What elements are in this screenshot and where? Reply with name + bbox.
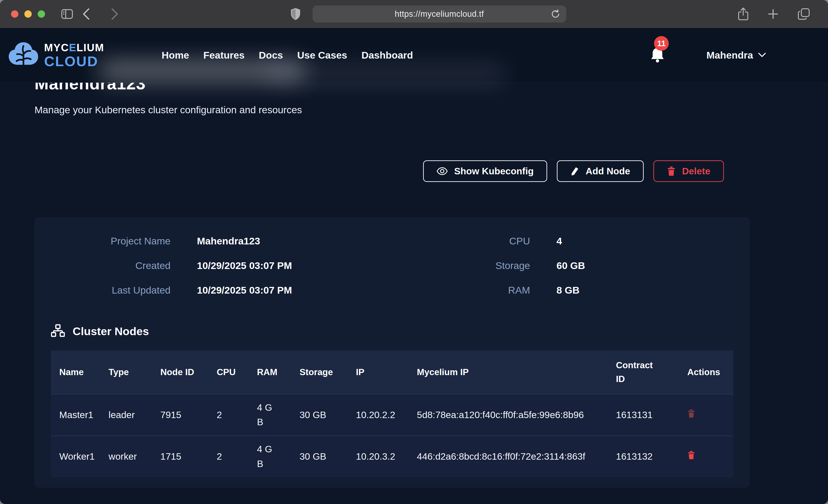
cluster-actions: Show Kubeconfig Add Node bbox=[35, 160, 750, 182]
cell-node-id: 1715 bbox=[160, 436, 217, 477]
share-icon[interactable] bbox=[738, 7, 748, 21]
cell-storage: 30 GB bbox=[299, 394, 356, 436]
info-value-cpu: 4 bbox=[556, 236, 734, 247]
notifications-button[interactable]: 11 bbox=[650, 47, 665, 64]
pencil-icon bbox=[570, 166, 579, 176]
cell-ram: 4 GB bbox=[257, 394, 299, 436]
brand-line1: MYCELIUM bbox=[44, 42, 104, 53]
info-label: Created bbox=[51, 260, 170, 271]
table-row-worker1: Worker1 worker 1715 2 4 GB 30 GB 10.20.3… bbox=[51, 436, 733, 477]
mycelium-logo-icon bbox=[8, 41, 39, 70]
cell-contract-id: 1613132 bbox=[616, 436, 687, 477]
info-label: Last Updated bbox=[51, 285, 170, 296]
cluster-nodes-title: Cluster Nodes bbox=[73, 325, 149, 338]
add-node-button[interactable]: Add Node bbox=[557, 160, 644, 182]
info-label: Project Name bbox=[51, 236, 170, 247]
col-header-node-id: Node ID bbox=[160, 350, 217, 394]
info-value-last-updated: 10/29/2025 03:07 PM bbox=[197, 285, 392, 296]
nav-link-dashboard[interactable]: Dashboard bbox=[362, 50, 413, 61]
trash-icon bbox=[667, 166, 676, 176]
trash-icon bbox=[687, 409, 695, 418]
tab-overview-icon[interactable] bbox=[798, 8, 810, 20]
user-menu[interactable]: Mahendra bbox=[706, 50, 766, 61]
notification-badge: 11 bbox=[654, 36, 669, 51]
table-header-row: Name Type Node ID CPU RAM Storage IP Myc… bbox=[51, 350, 733, 394]
browser-chrome: https://myceliumcloud.tf bbox=[0, 0, 828, 28]
site-navbar: MYCELIUM CLOUD Home Features Docs Use Ca… bbox=[0, 28, 828, 83]
col-header-type: Type bbox=[109, 350, 160, 394]
sidebar-toggle-icon[interactable] bbox=[61, 9, 73, 19]
reload-icon[interactable] bbox=[551, 9, 560, 19]
new-tab-icon[interactable] bbox=[767, 8, 779, 20]
cell-contract-id: 1613131 bbox=[616, 394, 687, 436]
cell-name: Worker1 bbox=[51, 436, 109, 477]
cell-mycelium-ip: 5d8:78ea:a120:f40c:ff0f:a5fe:99e6:8b96 bbox=[417, 394, 616, 436]
show-kubeconfig-button[interactable]: Show Kubeconfig bbox=[423, 160, 547, 182]
cluster-nodes-icon bbox=[51, 324, 65, 339]
delete-node-button[interactable] bbox=[687, 409, 695, 418]
info-label: Storage bbox=[392, 260, 530, 271]
main-content: Mahendra123 Manage your Kubernetes clust… bbox=[0, 75, 828, 488]
col-header-contract-id: Contract ID bbox=[616, 350, 687, 394]
cell-ram: 4 GB bbox=[257, 436, 299, 477]
nav-link-home[interactable]: Home bbox=[162, 50, 189, 61]
nav-links: Home Features Docs Use Cases Dashboard bbox=[162, 50, 413, 61]
cell-ip: 10.20.2.2 bbox=[356, 394, 417, 436]
table-row-master1: Master1 leader 7915 2 4 GB 30 GB 10.20.2… bbox=[51, 394, 733, 436]
cell-node-id: 7915 bbox=[160, 394, 217, 436]
delete-node-button[interactable] bbox=[687, 451, 695, 460]
col-header-ram: RAM bbox=[257, 350, 299, 394]
cell-cpu: 2 bbox=[217, 394, 257, 436]
col-header-mycelium-ip: Mycelium IP bbox=[417, 350, 616, 394]
url-text: https://myceliumcloud.tf bbox=[395, 9, 484, 19]
info-value-created: 10/29/2025 03:07 PM bbox=[197, 260, 392, 271]
info-value-ram: 8 GB bbox=[556, 285, 734, 296]
chevron-down-icon bbox=[758, 52, 766, 58]
cluster-info: Project Name Mahendra123 Created 10/29/2… bbox=[51, 235, 733, 296]
cluster-details-card: Project Name Mahendra123 Created 10/29/2… bbox=[35, 217, 750, 488]
back-button-icon[interactable] bbox=[82, 8, 90, 20]
brand-line2: CLOUD bbox=[44, 54, 104, 69]
cell-type: worker bbox=[109, 436, 160, 477]
forward-button-icon[interactable] bbox=[111, 8, 119, 20]
browser-window: https://myceliumcloud.tf bbox=[0, 0, 828, 504]
col-header-actions: Actions bbox=[687, 350, 733, 394]
trash-icon bbox=[687, 451, 695, 460]
col-header-name: Name bbox=[51, 350, 109, 394]
delete-cluster-button[interactable]: Delete bbox=[653, 160, 724, 182]
traffic-lights bbox=[11, 10, 45, 18]
cell-ip: 10.20.3.2 bbox=[356, 436, 417, 477]
close-window-button[interactable] bbox=[11, 10, 18, 18]
cell-name: Master1 bbox=[51, 394, 109, 436]
user-name: Mahendra bbox=[706, 50, 753, 61]
zoom-window-button[interactable] bbox=[38, 10, 45, 18]
col-header-ip: IP bbox=[356, 350, 417, 394]
nav-link-use-cases[interactable]: Use Cases bbox=[297, 50, 347, 61]
bell-icon bbox=[650, 60, 665, 64]
cluster-nodes-table: Name Type Node ID CPU RAM Storage IP Myc… bbox=[51, 350, 733, 477]
info-value-storage: 60 GB bbox=[556, 260, 734, 271]
minimize-window-button[interactable] bbox=[24, 10, 32, 18]
info-label: CPU bbox=[392, 236, 530, 247]
nav-link-docs[interactable]: Docs bbox=[259, 50, 283, 61]
col-header-cpu: CPU bbox=[217, 350, 257, 394]
info-value-project-name: Mahendra123 bbox=[197, 236, 392, 247]
brand-logo[interactable]: MYCELIUM CLOUD bbox=[8, 41, 104, 70]
eye-icon bbox=[437, 167, 448, 175]
cell-cpu: 2 bbox=[217, 436, 257, 477]
cell-type: leader bbox=[109, 394, 160, 436]
privacy-shield-icon[interactable] bbox=[290, 8, 301, 20]
address-bar[interactable]: https://myceliumcloud.tf bbox=[313, 5, 566, 23]
col-header-storage: Storage bbox=[299, 350, 356, 394]
page-subtitle: Manage your Kubernetes cluster configura… bbox=[35, 104, 750, 116]
nav-link-features[interactable]: Features bbox=[203, 50, 245, 61]
cell-mycelium-ip: 446:d2a6:8bcd:8c16:ff0f:72e2:3114:863f bbox=[417, 436, 616, 477]
cell-storage: 30 GB bbox=[299, 436, 356, 477]
info-label: RAM bbox=[392, 285, 530, 296]
